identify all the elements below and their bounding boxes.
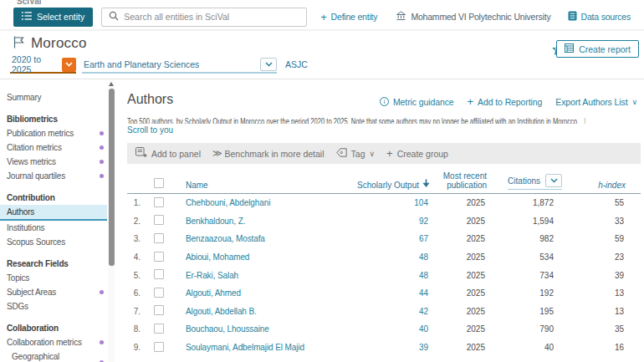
- column-header-h-index[interactable]: h-index: [570, 181, 641, 190]
- author-name-link[interactable]: Soulaymani, Adbelmajid El Majid: [186, 343, 304, 352]
- citations-value: 1,872: [497, 198, 570, 207]
- h-index-value: 13: [570, 288, 641, 298]
- create-group-button[interactable]: + Create group: [386, 148, 448, 159]
- citations-metric-select[interactable]: Citations: [508, 174, 562, 190]
- most-recent-publication-value: 2025: [430, 217, 497, 226]
- authors-table-body: 1. Chehbouni, Abdelghani 104 2025 1,872 …: [127, 194, 644, 356]
- author-name-link[interactable]: Algouti, Abdellah B.: [186, 307, 257, 316]
- define-entity-link[interactable]: + Define entity: [320, 12, 377, 23]
- sidebar-item-topics[interactable]: Topics: [0, 271, 107, 285]
- author-name-link[interactable]: Chehbouni, Abdelghani: [186, 198, 270, 207]
- row-checkbox[interactable]: [154, 269, 164, 279]
- authors-table-header: Name Scholarly Output Most recent public…: [127, 169, 641, 194]
- table-row: 9. Soulaymani, Adbelmajid El Majid 39 20…: [127, 339, 644, 357]
- row-checkbox[interactable]: [154, 233, 164, 243]
- sidebar-item-collaboration-metrics[interactable]: Collaboration metrics: [0, 335, 107, 349]
- add-to-reporting-label: Add to Reporting: [478, 97, 542, 107]
- subject-area-dropdown[interactable]: Earth and Planetary Sciences: [82, 57, 277, 74]
- chevron-down-icon[interactable]: [62, 58, 76, 72]
- entity-searchbox[interactable]: [101, 8, 307, 27]
- scrollbar-up-arrow-icon[interactable]: [109, 82, 114, 86]
- table-row: 6. Algouti, Ahmed 44 2025 192 13: [127, 284, 644, 303]
- scholarly-output-value[interactable]: 42: [419, 307, 428, 316]
- data-sources-link[interactable]: Data sources: [568, 11, 631, 23]
- add-to-panel-label: Add to panel: [151, 149, 201, 159]
- add-to-panel-icon: [135, 147, 147, 160]
- filter-row: 2020 to 2025 Earth and Planetary Science…: [0, 57, 644, 75]
- row-rank: 7.: [127, 307, 141, 316]
- sidebar-item-scopus-sources[interactable]: Scopus Sources: [0, 235, 107, 249]
- chevron-down-icon[interactable]: [260, 58, 277, 71]
- sidebar-item-publication-metrics[interactable]: Publication metrics: [0, 126, 107, 140]
- author-name-link[interactable]: Bouchaou, Lhoussaine: [186, 324, 269, 334]
- table-row: 7. Algouti, Abdellah B. 42 2025 195 13: [127, 303, 644, 321]
- row-rank: 5.: [127, 271, 141, 280]
- create-report-label: Create report: [579, 44, 631, 54]
- sort-descending-icon[interactable]: [422, 179, 430, 190]
- scholarly-output-value[interactable]: 44: [419, 288, 428, 298]
- scroll-to-you-link[interactable]: Scroll to you: [127, 125, 173, 135]
- sidebar-item-views-metrics[interactable]: Views metrics: [0, 155, 107, 169]
- h-index-value: 59: [570, 234, 641, 243]
- metric-available-dot-icon: [100, 340, 104, 344]
- scholarly-output-value[interactable]: 92: [419, 217, 428, 226]
- metric-available-dot-icon: [100, 131, 104, 135]
- scholarly-output-value[interactable]: 40: [419, 324, 428, 334]
- most-recent-publication-value: 2025: [430, 271, 497, 280]
- sidebar-item-summary[interactable]: Summary: [0, 90, 107, 105]
- sidebar-section-research-fields: Research Fields: [0, 257, 107, 271]
- row-checkbox[interactable]: [154, 324, 164, 334]
- scrollbar-thumb[interactable]: [109, 89, 115, 266]
- tag-button[interactable]: Tag ∨: [336, 148, 376, 159]
- sidebar-item-subject-areas[interactable]: Subject Areas: [0, 285, 107, 299]
- scholarly-output-value[interactable]: 67: [419, 234, 428, 243]
- sidebar-item-citation-metrics[interactable]: Citation metrics: [0, 140, 107, 155]
- export-authors-list-link[interactable]: Export Authors List ∨: [555, 97, 637, 107]
- citations-value: 192: [497, 288, 570, 298]
- row-checkbox[interactable]: [154, 215, 164, 225]
- topbar: Select entity + Define entity Mohammed V…: [13, 7, 631, 27]
- year-range-dropdown[interactable]: 2020 to 2025: [10, 57, 76, 74]
- search-input[interactable]: [124, 12, 299, 22]
- column-header-scholarly-output[interactable]: Scholarly Output: [346, 179, 430, 190]
- author-name-link[interactable]: Benzaazoua, Mostafa: [186, 234, 265, 243]
- scival-logo: SciVal: [17, 0, 41, 5]
- create-report-button[interactable]: Create report: [556, 40, 639, 58]
- author-name-link[interactable]: Abioui, Mohamed: [186, 252, 249, 262]
- h-index-value: 13: [570, 307, 641, 316]
- scholarly-output-value[interactable]: 48: [419, 271, 428, 280]
- column-header-most-recent[interactable]: Most recent publication: [430, 171, 497, 190]
- chevron-down-icon: ∨: [632, 98, 638, 106]
- scholarly-output-value[interactable]: 48: [419, 252, 428, 262]
- row-checkbox[interactable]: [154, 252, 164, 262]
- author-name-link[interactable]: Benkhaldoun, Z.: [186, 217, 245, 226]
- sidebar-section-contribution: Contribution: [0, 191, 107, 205]
- sidebar-item-authors[interactable]: Authors: [0, 205, 107, 221]
- sidebar-item-journal-quartiles[interactable]: Journal quartiles: [0, 169, 107, 183]
- author-name-link[interactable]: Er-Raki, Salah: [186, 271, 238, 280]
- row-checkbox[interactable]: [154, 288, 164, 298]
- plus-icon: +: [468, 96, 474, 107]
- select-all-checkbox[interactable]: [154, 178, 164, 188]
- sidebar-item-geographical-collaboration[interactable]: Geographical collaboration: [0, 349, 107, 362]
- benchmark-button[interactable]: ≫ Benchmark in more detail: [212, 148, 325, 159]
- institution-menu[interactable]: Mohammed VI Polytechnic University: [396, 11, 550, 23]
- info-icon: i: [380, 97, 389, 106]
- scholarly-output-value[interactable]: 39: [419, 343, 428, 352]
- section-actions: i Metric guidance + Add to Reporting Exp…: [380, 96, 637, 107]
- add-to-reporting-link[interactable]: + Add to Reporting: [468, 96, 543, 107]
- row-checkbox[interactable]: [154, 342, 164, 352]
- sidebar-item-sdgs[interactable]: SDGs: [0, 299, 107, 314]
- column-header-name[interactable]: Name: [177, 181, 346, 190]
- sidebar-item-institutions[interactable]: Institutions: [0, 221, 107, 235]
- report-icon: [565, 43, 574, 54]
- author-name-link[interactable]: Algouti, Ahmed: [186, 288, 241, 298]
- metric-available-dot-icon: [100, 145, 104, 150]
- row-checkbox[interactable]: [154, 305, 164, 315]
- most-recent-publication-value: 2025: [430, 307, 497, 316]
- row-checkbox[interactable]: [154, 197, 164, 207]
- select-entity-button[interactable]: Select entity: [13, 8, 93, 27]
- scholarly-output-value[interactable]: 104: [414, 198, 428, 207]
- metric-guidance-link[interactable]: i Metric guidance: [380, 97, 454, 107]
- add-to-panel-button[interactable]: Add to panel: [135, 147, 201, 160]
